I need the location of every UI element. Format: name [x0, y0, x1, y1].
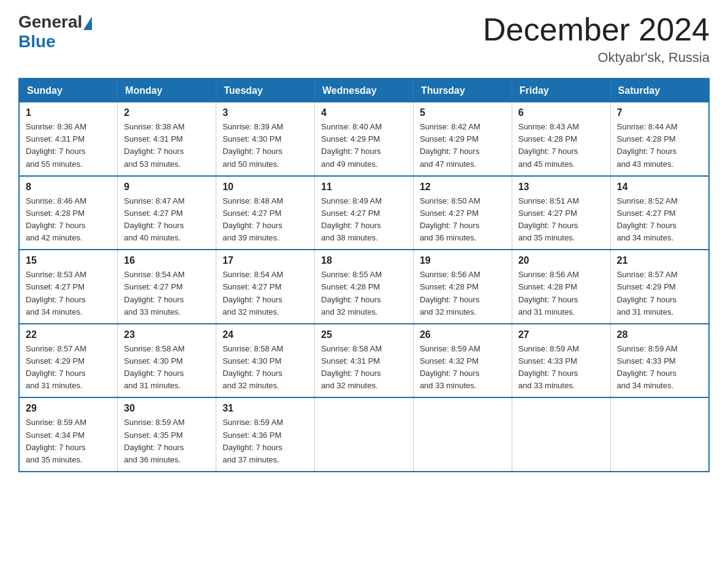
- day-info: Sunrise: 8:59 AM Sunset: 4:35 PM Dayligh…: [124, 416, 210, 466]
- day-number: 20: [518, 255, 604, 266]
- day-number: 12: [420, 182, 506, 193]
- day-info: Sunrise: 8:55 AM Sunset: 4:28 PM Dayligh…: [321, 269, 407, 318]
- calendar-cell: 17Sunrise: 8:54 AM Sunset: 4:27 PM Dayli…: [216, 250, 315, 324]
- day-info: Sunrise: 8:56 AM Sunset: 4:28 PM Dayligh…: [420, 269, 506, 318]
- calendar-cell: 21Sunrise: 8:57 AM Sunset: 4:29 PM Dayli…: [610, 250, 709, 324]
- day-number: 5: [420, 107, 506, 118]
- calendar-cell: 27Sunrise: 8:59 AM Sunset: 4:33 PM Dayli…: [512, 324, 610, 398]
- day-number: 16: [124, 255, 210, 266]
- day-number: 15: [26, 255, 111, 266]
- day-number: 22: [26, 329, 111, 340]
- day-number: 6: [518, 107, 604, 118]
- day-number: 21: [617, 255, 702, 266]
- day-number: 30: [124, 403, 210, 414]
- day-info: Sunrise: 8:49 AM Sunset: 4:27 PM Dayligh…: [321, 195, 407, 245]
- calendar-cell: 10Sunrise: 8:48 AM Sunset: 4:27 PM Dayli…: [216, 176, 315, 250]
- day-number: 11: [321, 182, 407, 193]
- day-number: 2: [124, 107, 210, 118]
- calendar-cell: 15Sunrise: 8:53 AM Sunset: 4:27 PM Dayli…: [19, 250, 118, 324]
- day-info: Sunrise: 8:38 AM Sunset: 4:31 PM Dayligh…: [124, 121, 210, 170]
- day-number: 13: [518, 182, 604, 193]
- day-info: Sunrise: 8:40 AM Sunset: 4:29 PM Dayligh…: [321, 121, 407, 170]
- calendar-cell: 9Sunrise: 8:47 AM Sunset: 4:27 PM Daylig…: [118, 176, 216, 250]
- location: Oktyabr'sk, Russia: [483, 50, 710, 66]
- day-info: Sunrise: 8:54 AM Sunset: 4:27 PM Dayligh…: [124, 269, 210, 318]
- day-info: Sunrise: 8:58 AM Sunset: 4:30 PM Dayligh…: [124, 343, 210, 393]
- calendar-header-monday: Monday: [118, 79, 216, 102]
- day-number: 29: [26, 403, 111, 414]
- calendar-cell: 5Sunrise: 8:42 AM Sunset: 4:29 PM Daylig…: [413, 102, 512, 176]
- logo-general-text: General: [18, 12, 82, 32]
- day-info: Sunrise: 8:54 AM Sunset: 4:27 PM Dayligh…: [222, 269, 308, 318]
- day-number: 17: [222, 255, 308, 266]
- calendar-week-row: 29Sunrise: 8:59 AM Sunset: 4:34 PM Dayli…: [19, 397, 709, 472]
- day-number: 10: [222, 182, 308, 193]
- calendar-cell: 25Sunrise: 8:58 AM Sunset: 4:31 PM Dayli…: [315, 324, 414, 398]
- calendar-header-row: SundayMondayTuesdayWednesdayThursdayFrid…: [19, 79, 709, 102]
- page-header: General Blue December 2024 Oktyabr'sk, R…: [18, 12, 710, 66]
- day-number: 7: [617, 107, 702, 118]
- day-info: Sunrise: 8:46 AM Sunset: 4:28 PM Dayligh…: [26, 195, 111, 245]
- day-number: 8: [26, 182, 111, 193]
- day-info: Sunrise: 8:47 AM Sunset: 4:27 PM Dayligh…: [124, 195, 210, 245]
- day-info: Sunrise: 8:51 AM Sunset: 4:27 PM Dayligh…: [518, 195, 604, 245]
- calendar-cell: 6Sunrise: 8:43 AM Sunset: 4:28 PM Daylig…: [512, 102, 610, 176]
- calendar-table: SundayMondayTuesdayWednesdayThursdayFrid…: [18, 78, 710, 472]
- day-info: Sunrise: 8:39 AM Sunset: 4:30 PM Dayligh…: [222, 121, 308, 170]
- day-info: Sunrise: 8:53 AM Sunset: 4:27 PM Dayligh…: [26, 269, 111, 318]
- calendar-cell: 8Sunrise: 8:46 AM Sunset: 4:28 PM Daylig…: [19, 176, 118, 250]
- calendar-week-row: 8Sunrise: 8:46 AM Sunset: 4:28 PM Daylig…: [19, 176, 709, 250]
- calendar-cell: [315, 397, 414, 472]
- day-number: 24: [222, 329, 308, 340]
- day-info: Sunrise: 8:36 AM Sunset: 4:31 PM Dayligh…: [26, 121, 111, 170]
- calendar-header-saturday: Saturday: [610, 79, 709, 102]
- calendar-cell: [610, 397, 709, 472]
- day-info: Sunrise: 8:52 AM Sunset: 4:27 PM Dayligh…: [617, 195, 702, 245]
- calendar-header-sunday: Sunday: [19, 79, 118, 102]
- day-number: 14: [617, 182, 702, 193]
- day-info: Sunrise: 8:57 AM Sunset: 4:29 PM Dayligh…: [26, 343, 111, 393]
- calendar-cell: 18Sunrise: 8:55 AM Sunset: 4:28 PM Dayli…: [315, 250, 414, 324]
- day-number: 23: [124, 329, 210, 340]
- calendar-week-row: 1Sunrise: 8:36 AM Sunset: 4:31 PM Daylig…: [19, 102, 709, 176]
- day-number: 27: [518, 329, 604, 340]
- day-number: 31: [222, 403, 308, 414]
- calendar-cell: 13Sunrise: 8:51 AM Sunset: 4:27 PM Dayli…: [512, 176, 610, 250]
- day-number: 19: [420, 255, 506, 266]
- day-info: Sunrise: 8:43 AM Sunset: 4:28 PM Dayligh…: [518, 121, 604, 170]
- calendar-week-row: 15Sunrise: 8:53 AM Sunset: 4:27 PM Dayli…: [19, 250, 709, 324]
- calendar-cell: 26Sunrise: 8:59 AM Sunset: 4:32 PM Dayli…: [413, 324, 512, 398]
- calendar-week-row: 22Sunrise: 8:57 AM Sunset: 4:29 PM Dayli…: [19, 324, 709, 398]
- calendar-header-tuesday: Tuesday: [216, 79, 315, 102]
- calendar-cell: 20Sunrise: 8:56 AM Sunset: 4:28 PM Dayli…: [512, 250, 610, 324]
- calendar-cell: 3Sunrise: 8:39 AM Sunset: 4:30 PM Daylig…: [216, 102, 315, 176]
- day-info: Sunrise: 8:59 AM Sunset: 4:33 PM Dayligh…: [617, 343, 702, 393]
- calendar-cell: 31Sunrise: 8:59 AM Sunset: 4:36 PM Dayli…: [216, 397, 315, 472]
- day-info: Sunrise: 8:59 AM Sunset: 4:34 PM Dayligh…: [26, 416, 111, 466]
- calendar-cell: [512, 397, 610, 472]
- day-number: 18: [321, 255, 407, 266]
- day-info: Sunrise: 8:57 AM Sunset: 4:29 PM Dayligh…: [617, 269, 702, 318]
- day-number: 25: [321, 329, 407, 340]
- calendar-cell: 24Sunrise: 8:58 AM Sunset: 4:30 PM Dayli…: [216, 324, 315, 398]
- calendar-cell: 1Sunrise: 8:36 AM Sunset: 4:31 PM Daylig…: [19, 102, 118, 176]
- calendar-cell: 7Sunrise: 8:44 AM Sunset: 4:28 PM Daylig…: [610, 102, 709, 176]
- calendar-cell: 4Sunrise: 8:40 AM Sunset: 4:29 PM Daylig…: [315, 102, 414, 176]
- logo: General Blue: [18, 12, 93, 52]
- day-number: 28: [617, 329, 702, 340]
- calendar-cell: 2Sunrise: 8:38 AM Sunset: 4:31 PM Daylig…: [118, 102, 216, 176]
- day-info: Sunrise: 8:59 AM Sunset: 4:33 PM Dayligh…: [518, 343, 604, 393]
- calendar-cell: 16Sunrise: 8:54 AM Sunset: 4:27 PM Dayli…: [118, 250, 216, 324]
- title-section: December 2024 Oktyabr'sk, Russia: [483, 12, 710, 66]
- calendar-cell: 12Sunrise: 8:50 AM Sunset: 4:27 PM Dayli…: [413, 176, 512, 250]
- logo-blue-text: Blue: [18, 32, 56, 52]
- day-info: Sunrise: 8:50 AM Sunset: 4:27 PM Dayligh…: [420, 195, 506, 245]
- month-title: December 2024: [483, 12, 710, 47]
- day-number: 26: [420, 329, 506, 340]
- day-info: Sunrise: 8:59 AM Sunset: 4:36 PM Dayligh…: [222, 416, 308, 466]
- calendar-header-wednesday: Wednesday: [315, 79, 414, 102]
- calendar-cell: 23Sunrise: 8:58 AM Sunset: 4:30 PM Dayli…: [118, 324, 216, 398]
- day-info: Sunrise: 8:58 AM Sunset: 4:30 PM Dayligh…: [222, 343, 308, 393]
- day-number: 1: [26, 107, 111, 118]
- day-info: Sunrise: 8:56 AM Sunset: 4:28 PM Dayligh…: [518, 269, 604, 318]
